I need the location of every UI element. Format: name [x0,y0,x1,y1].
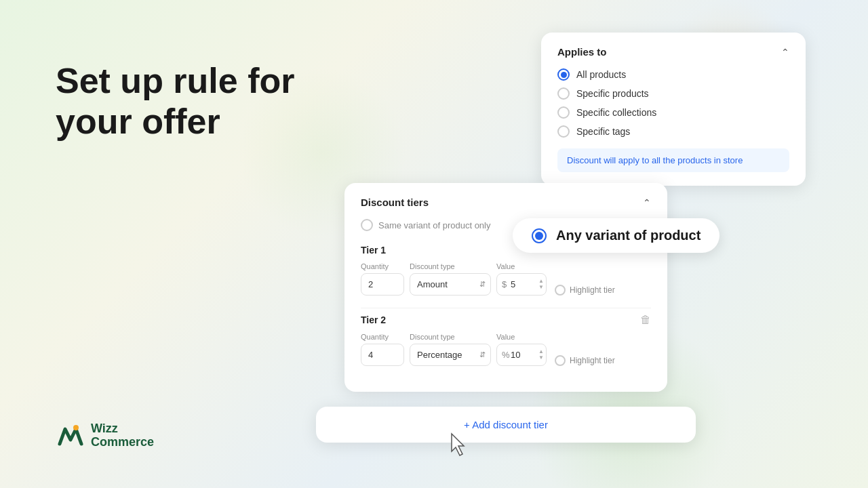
applies-to-card: Applies to ⌃ All products Specific produ… [541,33,806,186]
tier-1-name: Tier 1 [361,245,386,256]
same-variant-label: Same variant of product only [378,220,490,230]
same-variant-radio [361,219,373,231]
applies-to-radio-group: All products Specific products Specific … [557,68,789,138]
tier-2-value-wrapper: % ▲ ▼ [496,344,547,366]
tier-1-highlight-circle [555,285,566,296]
tier-2-section: Tier 2 🗑 Quantity Discount type Amount P… [361,314,651,366]
tier-1-discount-type-group: Discount type Amount Percentage ⇵ [410,262,491,296]
logo-text: Wizz Commerce [91,422,154,449]
tier-2-value-prefix: % [502,350,510,360]
tier-2-highlight[interactable]: Highlight tier [555,355,615,366]
radio-all-products[interactable]: All products [557,68,789,81]
add-discount-tier-button[interactable]: + Add discount tier [464,419,548,430]
tier-1-value-group: Value $ ▲ ▼ [496,262,547,296]
tier-2-quantity-label: Quantity [361,333,404,341]
tier-1-discount-type-label: Discount type [410,262,491,270]
tier-2-discount-type-label: Discount type [410,333,491,341]
tier-1-spinner: ▲ ▼ [538,279,544,290]
tier-1-value-label: Value [496,262,547,270]
info-text: Discount will apply to all the products … [567,155,780,165]
main-content: Set up rule for your offer Wizz Commerce… [0,0,868,488]
radio-specific-tags[interactable]: Specific tags [557,125,789,138]
tier-1-highlight[interactable]: Highlight tier [555,285,615,296]
radio-specific-collections[interactable]: Specific collections [557,106,789,119]
any-variant-popup[interactable]: Any variant of product [513,218,719,253]
tier-2-spinner-up-icon[interactable]: ▲ [538,349,544,354]
svg-point-0 [73,425,79,430]
tier-1-quantity-group: Quantity [361,262,404,296]
chevron-up-icon[interactable]: ⌃ [781,47,789,58]
tier-2-discount-type-group: Discount type Amount Percentage ⇵ [410,333,491,366]
tier-2-spinner-down-icon[interactable]: ▼ [538,355,544,361]
info-banner: Discount will apply to all the products … [557,148,789,172]
tier-divider [361,308,651,308]
tier-1-highlight-label: Highlight tier [570,285,615,295]
discount-tiers-card: Discount tiers ⌃ Same variant of product… [344,183,667,392]
radio-all-products-label: All products [576,69,626,80]
spinner-up-icon[interactable]: ▲ [538,279,544,284]
applies-to-title: Applies to [557,46,607,58]
tier-2-highlight-circle [555,355,566,366]
tier-2-highlight-label: Highlight tier [570,356,615,365]
tiers-header: Discount tiers ⌃ [361,197,651,208]
radio-specific-products-circle [557,87,570,100]
any-variant-radio-circle [532,228,547,243]
tier-2-discount-type-wrapper: Amount Percentage ⇵ [410,344,491,366]
tiers-title: Discount tiers [361,197,429,208]
logo: Wizz Commerce [56,421,154,451]
tier-1-quantity-label: Quantity [361,262,404,270]
tier-2-quantity-input[interactable] [361,344,404,366]
tier-1-quantity-input[interactable] [361,273,404,296]
headline: Set up rule for your offer [56,61,294,142]
tier-1-discount-type-wrapper: Amount Percentage ⇵ [410,273,491,296]
tier-2-header: Tier 2 🗑 [361,314,651,326]
any-variant-text: Any variant of product [556,228,701,243]
tier-2-value-group: Value % ▲ ▼ [496,333,547,366]
radio-specific-products-label: Specific products [576,88,649,99]
radio-specific-collections-label: Specific collections [576,107,656,118]
applies-to-header: Applies to ⌃ [557,46,789,58]
tier-2-name: Tier 2 [361,314,386,325]
radio-specific-collections-circle [557,106,570,119]
radio-specific-products[interactable]: Specific products [557,87,789,100]
same-variant-option[interactable]: Same variant of product only [361,219,490,231]
tier-1-value-prefix: $ [502,279,507,289]
tier-2-value-label: Value [496,333,547,341]
tiers-chevron-icon[interactable]: ⌃ [643,197,651,208]
logo-icon [56,421,85,451]
add-tier-card[interactable]: + Add discount tier [316,407,696,443]
delete-tier-icon[interactable]: 🗑 [640,314,651,326]
radio-specific-tags-circle [557,125,570,138]
tier-2-spinner: ▲ ▼ [538,349,544,361]
spinner-down-icon[interactable]: ▼ [538,285,544,290]
tier-1-discount-type-select[interactable]: Amount Percentage [410,273,491,296]
cursor [449,432,468,462]
tier-2-discount-type-select[interactable]: Amount Percentage [410,344,491,366]
tier-2-quantity-group: Quantity [361,333,404,366]
tier-1-value-wrapper: $ ▲ ▼ [496,273,547,296]
radio-specific-tags-label: Specific tags [576,126,630,137]
radio-all-products-circle [557,68,570,81]
headline-text: Set up rule for your offer [56,61,294,142]
